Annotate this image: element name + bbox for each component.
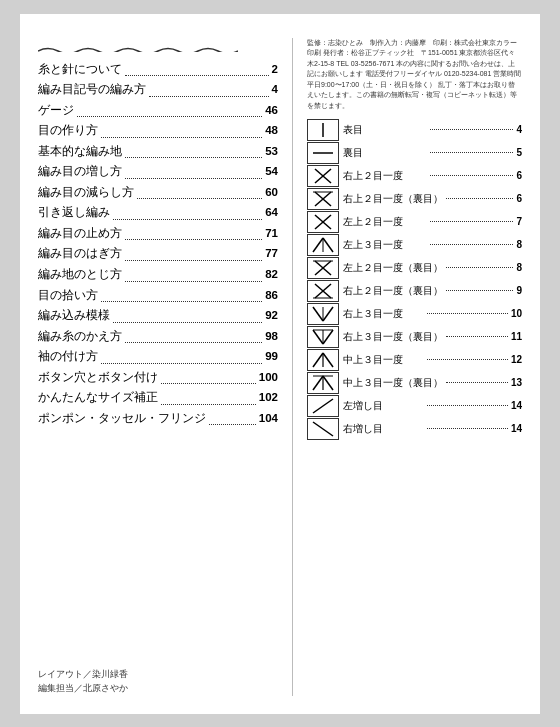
- toc-dots: [113, 322, 262, 323]
- symbol-page: 14: [511, 421, 522, 437]
- toc-page: 2: [272, 60, 278, 80]
- toc-page: 98: [265, 327, 278, 347]
- toc-page: 53: [265, 142, 278, 162]
- symbol-box: [307, 188, 339, 210]
- symbol-item: 右上３目一度 10: [307, 303, 522, 325]
- symbol-label: 左増し目: [343, 398, 424, 414]
- symbol-label: 裏目: [343, 145, 427, 161]
- symbol-box: [307, 234, 339, 256]
- svg-line-32: [313, 399, 333, 413]
- symbol-dots: [446, 382, 508, 383]
- symbol-label: 中上３目一度: [343, 352, 424, 368]
- toc-item: 編み目記号の編み方 4: [38, 80, 278, 100]
- toc-page: 77: [265, 244, 278, 264]
- svg-line-33: [313, 422, 333, 436]
- toc-dots: [101, 363, 262, 364]
- symbol-page: 10: [511, 306, 522, 322]
- toc-dots: [125, 342, 262, 343]
- toc-dots: [113, 219, 262, 220]
- symbol-dots: [427, 428, 508, 429]
- symbol-page: 8: [516, 237, 522, 253]
- toc-dots: [77, 116, 262, 117]
- symbol-label: 左上２目一度: [343, 214, 427, 230]
- toc-dots: [137, 198, 262, 199]
- toc-dots: [209, 424, 256, 425]
- symbol-page: 14: [511, 398, 522, 414]
- svg-line-29: [323, 376, 333, 390]
- toc-dots: [125, 178, 262, 179]
- toc-page: 82: [265, 265, 278, 285]
- symbol-item: 中上３目一度 12: [307, 349, 522, 371]
- toc-label: ポンポン・タッセル・フリンジ: [38, 409, 206, 429]
- symbol-page: 4: [516, 122, 522, 138]
- right-column: 監修：志染ひとみ 制作入力：内藤摩 印刷：株式会社東京カラー印刷 発行者：松谷正…: [307, 38, 522, 696]
- svg-line-22: [323, 330, 333, 344]
- toc-label: 編み糸のかえ方: [38, 327, 122, 347]
- toc-label: 基本的な編み地: [38, 142, 122, 162]
- symbol-dots: [446, 267, 513, 268]
- symbol-label: 左上３目一度: [343, 237, 427, 253]
- symbol-page: 13: [511, 375, 522, 391]
- symbol-label: 右上２目一度: [343, 168, 427, 184]
- footer: レイアウト／染川緑香編集担当／北原さやか: [38, 667, 278, 696]
- symbol-item: 右上２目一度（裏目） 9: [307, 280, 522, 302]
- toc-item: 編み目の増し方 54: [38, 162, 278, 182]
- symbol-item: 右上２目一度 6: [307, 165, 522, 187]
- symbol-dots: [430, 152, 514, 153]
- toc-item: かんたんなサイズ補正 102: [38, 388, 278, 408]
- svg-line-26: [323, 353, 333, 367]
- toc-page: 54: [265, 162, 278, 182]
- toc-page: 60: [265, 183, 278, 203]
- left-column: 糸と針について 2 編み目記号の編み方 4 ゲージ 46 目の作り方 48 基本…: [38, 38, 278, 696]
- symbol-list: 表目 4 裏目 5 右上２目一度 6 右上２目一度（裏目） 6 左上２目一度 7…: [307, 119, 522, 440]
- toc-label: かんたんなサイズ補正: [38, 388, 158, 408]
- toc-list: 糸と針について 2 編み目記号の編み方 4 ゲージ 46 目の作り方 48 基本…: [38, 60, 278, 430]
- toc-dots: [125, 239, 262, 240]
- svg-line-9: [313, 238, 323, 252]
- symbol-dots: [446, 198, 513, 199]
- symbol-dots: [430, 175, 514, 176]
- symbol-page: 5: [516, 145, 522, 161]
- symbol-label: 左上２目一度（裏目）: [343, 260, 443, 276]
- wavy-divider: [38, 42, 238, 52]
- symbol-item: 表目 4: [307, 119, 522, 141]
- toc-dots: [125, 75, 269, 76]
- toc-item: 編み込み模様 92: [38, 306, 278, 326]
- symbol-page: 8: [516, 260, 522, 276]
- toc-page: 64: [265, 203, 278, 223]
- toc-item: 編み地のとじ方 82: [38, 265, 278, 285]
- footer-line: レイアウト／染川緑香: [38, 667, 278, 681]
- toc-page: 48: [265, 121, 278, 141]
- toc-label: 編み目の減らし方: [38, 183, 134, 203]
- symbol-box: [307, 418, 339, 440]
- svg-line-10: [323, 238, 333, 252]
- svg-line-19: [323, 307, 333, 321]
- symbol-label: 右上２目一度（裏目）: [343, 191, 443, 207]
- symbol-label: 表目: [343, 122, 427, 138]
- toc-dots: [125, 281, 262, 282]
- symbol-page: 7: [516, 214, 522, 230]
- svg-line-21: [313, 330, 323, 344]
- toc-page: 92: [265, 306, 278, 326]
- toc-label: ゲージ: [38, 101, 74, 121]
- symbol-box: [307, 119, 339, 141]
- symbol-item: 裏目 5: [307, 142, 522, 164]
- symbol-item: 左増し目 14: [307, 395, 522, 417]
- toc-item: 編み目のはぎ方 77: [38, 244, 278, 264]
- symbol-page: 9: [516, 283, 522, 299]
- toc-label: 目の拾い方: [38, 286, 98, 306]
- toc-page: 86: [265, 286, 278, 306]
- toc-item: 編み糸のかえ方 98: [38, 327, 278, 347]
- symbol-dots: [427, 405, 508, 406]
- symbol-box: [307, 280, 339, 302]
- toc-dots: [161, 383, 256, 384]
- toc-item: 編み目の減らし方 60: [38, 183, 278, 203]
- toc-page: 71: [265, 224, 278, 244]
- toc-dots: [101, 301, 262, 302]
- symbol-label: 右上３目一度: [343, 306, 424, 322]
- symbol-item: 左上３目一度 8: [307, 234, 522, 256]
- svg-line-25: [313, 353, 323, 367]
- symbol-dots: [430, 221, 514, 222]
- vertical-divider: [292, 38, 293, 696]
- toc-item: 基本的な編み地 53: [38, 142, 278, 162]
